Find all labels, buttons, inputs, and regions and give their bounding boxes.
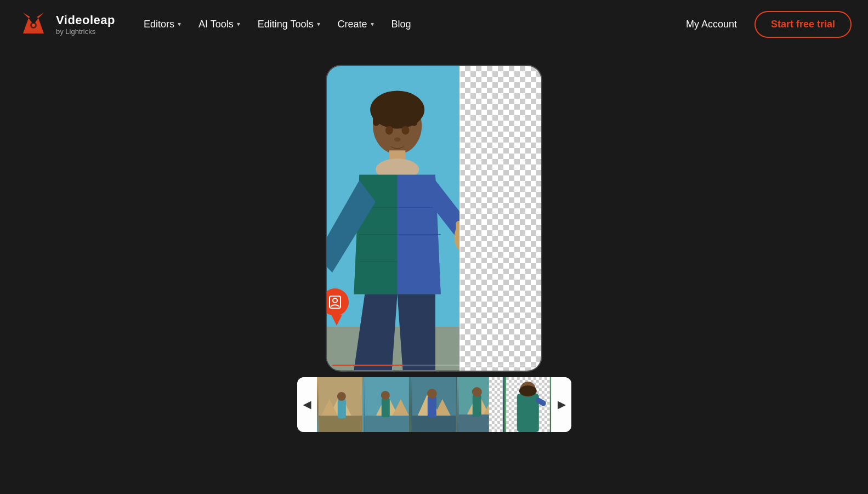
svg-point-2 xyxy=(32,24,35,27)
filmstrip-frame-5[interactable] xyxy=(504,377,552,432)
svg-point-26 xyxy=(394,138,401,142)
frame-5-content xyxy=(504,377,552,432)
svg-rect-10 xyxy=(403,101,410,126)
svg-point-34 xyxy=(337,392,345,401)
svg-point-46 xyxy=(427,389,436,399)
create-chevron: ▾ xyxy=(371,20,374,28)
frame-3-content xyxy=(411,377,458,432)
svg-rect-45 xyxy=(427,396,436,417)
logo-icon xyxy=(16,7,50,41)
svg-point-24 xyxy=(385,126,393,135)
main-content: ◀ xyxy=(0,48,868,432)
frame-1-content xyxy=(317,377,364,432)
frame-2-content xyxy=(364,377,411,432)
svg-rect-9 xyxy=(411,104,417,126)
logo-title: Videoleap xyxy=(56,13,115,27)
nav-blog[interactable]: Blog xyxy=(385,14,418,35)
progress-line xyxy=(332,365,536,366)
filmstrip-frame-2[interactable] xyxy=(364,377,411,432)
ai-tools-label: AI Tools xyxy=(198,19,234,30)
svg-rect-53 xyxy=(489,377,503,432)
svg-rect-33 xyxy=(337,399,345,418)
ai-tools-chevron: ▾ xyxy=(237,20,240,28)
portrait-icon xyxy=(327,294,343,310)
phone-container: ◀ xyxy=(326,65,542,432)
svg-rect-8 xyxy=(381,101,388,126)
logo[interactable]: Videoleap by Lightricks xyxy=(16,7,115,41)
nav-ai-tools[interactable]: AI Tools ▾ xyxy=(192,14,247,35)
editing-tools-chevron: ▾ xyxy=(317,20,320,28)
svg-rect-36 xyxy=(365,416,409,432)
svg-rect-42 xyxy=(412,416,456,432)
logo-text: Videoleap by Lightricks xyxy=(56,13,115,36)
svg-point-52 xyxy=(472,387,482,397)
svg-rect-7 xyxy=(373,104,379,126)
nav-my-account[interactable]: My Account xyxy=(679,14,744,35)
svg-rect-19 xyxy=(456,221,459,237)
filmstrip-frame-4[interactable] xyxy=(457,377,504,432)
progress-fill xyxy=(332,365,404,366)
filmstrip-frame-1[interactable] xyxy=(317,377,364,432)
start-trial-button[interactable]: Start free trial xyxy=(754,11,852,38)
my-account-label: My Account xyxy=(686,19,737,30)
svg-point-61 xyxy=(519,385,537,396)
editors-chevron: ▾ xyxy=(178,20,181,28)
pin-tail xyxy=(331,315,342,326)
logo-subtitle: by Lightricks xyxy=(56,27,115,36)
red-pin-icon xyxy=(326,288,351,327)
svg-rect-39 xyxy=(382,398,390,417)
nav-editors[interactable]: Editors ▾ xyxy=(137,14,188,35)
frame-4-content xyxy=(457,377,504,432)
filmstrip-next-button[interactable]: ▶ xyxy=(552,377,571,432)
filmstrip-frame-3[interactable] xyxy=(411,377,458,432)
phone-divider xyxy=(459,66,461,371)
nav-items: Editors ▾ AI Tools ▾ Editing Tools ▾ Cre… xyxy=(137,14,674,35)
nav-create[interactable]: Create ▾ xyxy=(331,14,381,35)
blog-label: Blog xyxy=(392,19,411,30)
svg-point-40 xyxy=(381,391,390,400)
editors-label: Editors xyxy=(144,19,174,30)
filmstrip-prev-button[interactable]: ◀ xyxy=(297,377,317,432)
filmstrip-frames xyxy=(317,377,552,432)
svg-rect-51 xyxy=(473,395,481,417)
navbar: Videoleap by Lightricks Editors ▾ AI Too… xyxy=(0,0,868,48)
nav-editing-tools[interactable]: Editing Tools ▾ xyxy=(251,14,327,35)
svg-point-25 xyxy=(402,126,410,135)
svg-point-28 xyxy=(333,298,337,303)
phone-frame xyxy=(326,65,542,372)
filmstrip: ◀ xyxy=(297,377,571,432)
svg-rect-59 xyxy=(517,394,539,432)
editing-tools-label: Editing Tools xyxy=(258,19,314,30)
phone-right-transparent xyxy=(459,66,541,371)
create-label: Create xyxy=(338,19,367,30)
pin-circle xyxy=(326,288,349,316)
